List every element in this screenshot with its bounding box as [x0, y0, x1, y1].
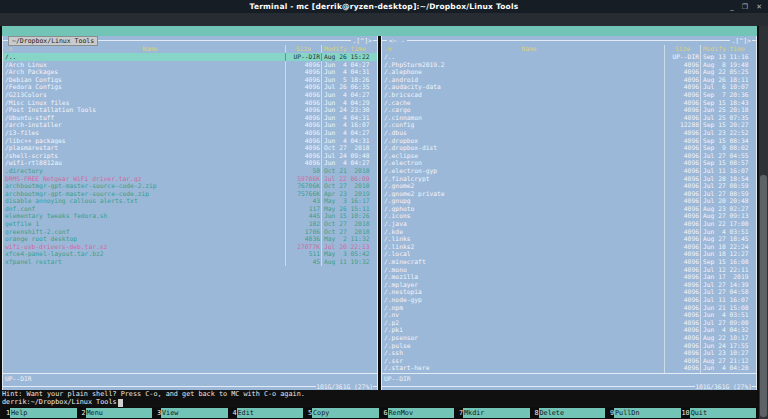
file-row[interactable]: /.bricscad 4096 Sep 7 20:36: [382, 91, 756, 99]
file-row[interactable]: .directory 50 Oct 21 2018: [3, 167, 377, 175]
file-row[interactable]: /.node-gyp 4096 Jul 11 16:07: [382, 296, 756, 304]
path-tab[interactable]: ~/Dropbox/Linux Tools: [8, 36, 98, 46]
file-row[interactable]: /.cache 4096 Sep 15 18:43: [382, 99, 756, 107]
file-row[interactable]: /.links2 4096 Jun 18 22:24: [382, 243, 756, 251]
file-name: greenshift-2.conf: [3, 228, 285, 236]
column-header-mtime[interactable]: Modify time: [700, 45, 756, 53]
function-key-button[interactable]: 8 Delete: [531, 408, 606, 418]
function-key-button[interactable]: 2 Menu: [78, 408, 153, 418]
file-row[interactable]: /.minecraft 4096 Sep 15 16:08: [382, 258, 756, 266]
function-key-button[interactable]: 3 View: [153, 408, 228, 418]
panel-corner-buttons[interactable]: .[^]>: [351, 37, 373, 45]
file-row[interactable]: /.npm 4096 Jun 21 15:08: [382, 304, 756, 312]
maximize-icon[interactable]: ❐: [742, 3, 748, 11]
function-key-button[interactable]: 5 Copy: [304, 408, 379, 418]
file-row[interactable]: /.ssr 4096 Aug 27 21:12: [382, 357, 756, 365]
scrollbar-handle[interactable]: [760, 175, 767, 417]
file-row[interactable]: /arch-installer 4096 Jun 4 16:07: [3, 121, 377, 129]
shell-prompt[interactable]: derrik:~/Dropbox/Linux Tools: [2, 398, 757, 407]
panel-corner-buttons[interactable]: .[^]>: [730, 37, 752, 45]
file-row[interactable]: /.alephone 4096 Aug 22 05:25: [382, 68, 756, 76]
file-row[interactable]: /.links 4096 Aug 27 18:45: [382, 235, 756, 243]
file-row[interactable]: /.electron 4096 Sep 15 08:57: [382, 159, 756, 167]
file-row[interactable]: /.psensor 4096 Aug 22 10:17: [382, 334, 756, 342]
right-file-list: /.. UP--DIR Sep 13 11:16 /.PhpStorm2019.…: [382, 53, 756, 373]
file-row[interactable]: /Ubuntu-stuff 4096 Jun 4 04:31: [3, 114, 377, 122]
file-row[interactable]: /wifi-rtl8812au 4096 Jun 4 04:27: [3, 159, 377, 167]
file-row[interactable]: wifi-usb-drivers-deb.tar.xz 27077K Jul 2…: [3, 243, 377, 251]
file-row[interactable]: /Misc Linux files 4096 Jun 4 04:29: [3, 99, 377, 107]
sort-indicator[interactable]: .n: [382, 45, 394, 53]
file-row[interactable]: /.dbus 4096 Jul 23 22:52: [382, 129, 756, 137]
column-header-name[interactable]: Name: [394, 45, 664, 53]
file-row[interactable]: /Post Installation Tools 4096 Jun 24 23:…: [3, 106, 377, 114]
file-row[interactable]: /Arch Packages 4096 Jun 4 04:31: [3, 68, 377, 76]
file-row[interactable]: /.finalcrypt 4096 Jul 28 18:54: [382, 175, 756, 183]
file-row[interactable]: /.start-here 4096 Jun 4 04:20: [382, 364, 756, 372]
file-row[interactable]: /.gnupg 4096 Jul 20 20:48: [382, 197, 756, 205]
file-row[interactable]: /.dropbox-dist 4096 Sep 9 08:02: [382, 144, 756, 152]
file-row[interactable]: /.ssh 4096 Jul 23 10:27: [382, 349, 756, 357]
file-row[interactable]: /.electron-gyp 4096 Jul 11 16:07: [382, 167, 756, 175]
file-row[interactable]: /.PhpStorm2019.2 4096 Aug 8 19:48: [382, 61, 756, 69]
file-row[interactable]: /.nv 4096 Jun 4 03:51: [382, 311, 756, 319]
file-row[interactable]: /.cinnamon 4096 Jul 25 07:35: [382, 114, 756, 122]
file-row[interactable]: xfpanel restart 45 Aug 11 19:32: [3, 258, 377, 266]
file-row[interactable]: /plasmarestart 4096 Oct 27 2018: [3, 144, 377, 152]
file-row[interactable]: /i3-files 4096 Jun 4 04:27: [3, 129, 377, 137]
terminal-scrollbar[interactable]: [759, 26, 768, 419]
file-row[interactable]: /.icons 4096 Aug 27 09:13: [382, 212, 756, 220]
file-row[interactable]: /Fedora Configs 4096 Jul 26 06:35: [3, 83, 377, 91]
file-row[interactable]: /.. UP--DIR Sep 13 11:16: [382, 53, 756, 61]
file-row[interactable]: getfile 1 102 Oct 27 2018: [3, 220, 377, 228]
file-row[interactable]: /.cargo 4096 Jun 25 20:18: [382, 106, 756, 114]
file-row[interactable]: /.java 4096 Jun 22 17:00: [382, 220, 756, 228]
file-row[interactable]: xfce4-panel-layout.tar.bz2 511 May 3 05:…: [3, 250, 377, 258]
function-key-button[interactable]: 6 RenMov: [380, 408, 455, 418]
file-row[interactable]: /.p2 4096 Jul 27 09:00: [382, 319, 756, 327]
file-row[interactable]: /Debian Configs 4096 Jun 5 18:26: [3, 76, 377, 84]
function-key-button[interactable]: 1 Help: [2, 408, 77, 418]
file-row[interactable]: /.eclipse 4096 Jul 27 04:55: [382, 152, 756, 160]
file-row[interactable]: /libc++ packages 4096 Jun 4 04:31: [3, 137, 377, 145]
file-row[interactable]: /.audacity-data 4096 Jul 6 10:07: [382, 83, 756, 91]
file-row[interactable]: DRMS-FREE Netgear WiFi driver.tar.gz 597…: [3, 175, 377, 183]
sort-indicator[interactable]: .n: [3, 45, 15, 53]
file-row[interactable]: disable annoying callous alerts.txt 43 M…: [3, 197, 377, 205]
file-row[interactable]: archbootmgr-gpt-master-source-code-2.zip…: [3, 182, 377, 190]
function-key-button[interactable]: 10 Quit: [682, 408, 757, 418]
file-row[interactable]: /.mono 4096 Jul 12 22:11: [382, 266, 756, 274]
file-row[interactable]: /.kde 4096 Jun 4 03:51: [382, 228, 756, 236]
file-row[interactable]: /.gphoto 4096 Aug 23 02:27: [382, 205, 756, 213]
file-row[interactable]: /.gnome2_private 4096 Jul 27 08:59: [382, 190, 756, 198]
file-row[interactable]: elementary tweaks fedora.sh 445 Jun 15 1…: [3, 212, 377, 220]
file-row[interactable]: /shell-scripts 4096 Jul 24 09:48: [3, 152, 377, 160]
file-row[interactable]: /.local 4096 Jun 18 12:27: [382, 250, 756, 258]
file-row[interactable]: /.dropbox 4096 Sep 15 08:34: [382, 137, 756, 145]
file-row[interactable]: /G213Colors 4096 Jun 4 04:27: [3, 91, 377, 99]
close-icon[interactable]: ✕: [756, 3, 762, 11]
file-row[interactable]: /.mozilla 4096 Jan 17 2019: [382, 273, 756, 281]
column-header-size[interactable]: Size: [285, 45, 321, 53]
file-row[interactable]: /Arch Linux 4096 Jun 4 04:27: [3, 61, 377, 69]
file-row[interactable]: /.mplayer 4096 Jul 27 14:39: [382, 281, 756, 289]
file-row[interactable]: dnf.conf 117 May 26 15:11: [3, 205, 377, 213]
file-row[interactable]: /.. UP--DIR Aug 26 15:22: [3, 53, 377, 61]
file-row[interactable]: /.pki 4096 Jun 4 04:32: [382, 326, 756, 334]
function-key-button[interactable]: 4 Edit: [229, 408, 304, 418]
file-row[interactable]: /.config 12288 Sep 15 20:27: [382, 121, 756, 129]
file-row[interactable]: archbootmgr-gpt-master-source-code.zip 7…: [3, 190, 377, 198]
function-key-button[interactable]: 9 PullDn: [606, 408, 681, 418]
function-key-button[interactable]: 7 Mkdir: [455, 408, 530, 418]
file-row[interactable]: /.gnome2 4096 Jul 27 08:59: [382, 182, 756, 190]
file-row[interactable]: orange root desktop 4836 May 2 11:32: [3, 235, 377, 243]
column-header-mtime[interactable]: Modify time: [321, 45, 377, 53]
minimize-icon[interactable]: _: [730, 3, 734, 11]
file-row[interactable]: /.android 4096 Aug 26 18:11: [382, 76, 756, 84]
file-row[interactable]: /.nestopia 4096 Jul 27 04:58: [382, 288, 756, 296]
column-header-size[interactable]: Size: [664, 45, 700, 53]
path-label[interactable]: <~ -: [387, 37, 407, 45]
column-header-name[interactable]: Name: [15, 45, 285, 53]
file-row[interactable]: greenshift-2.conf 1706 Oct 27 2018: [3, 228, 377, 236]
file-row[interactable]: /.pulse 4096 Jun 24 17:55: [382, 342, 756, 350]
